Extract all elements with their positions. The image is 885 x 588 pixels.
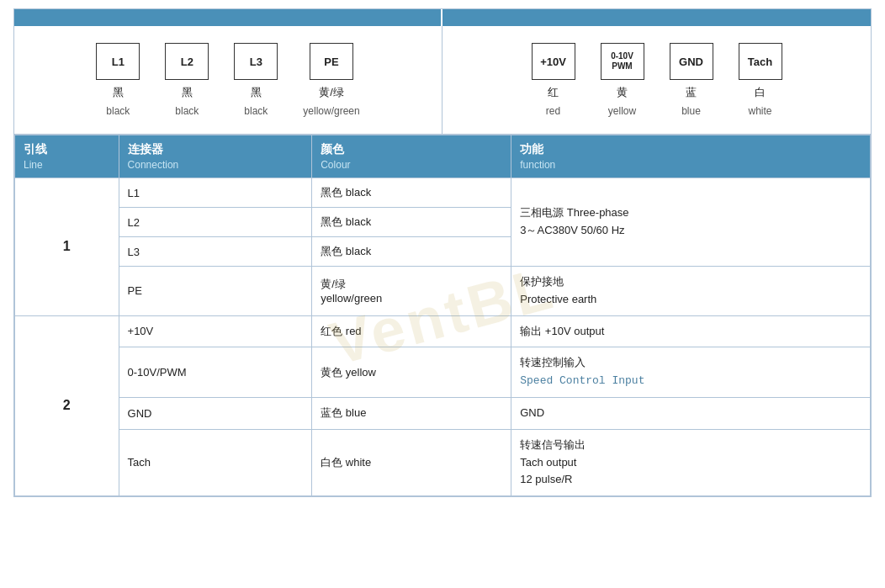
colour-cell: 黑色 black [312,178,511,208]
connector-label-cn: 蓝 [686,85,697,100]
table-section: VentBL 引线Line连接器Connection颜色Colour功能func… [14,135,871,496]
table-header-cell: 功能function [511,135,871,178]
table-row: Tach白色 white转速信号输出 Tach output 12 pulse/… [15,429,871,495]
function-cell: 转速信号输出 Tach output 12 pulse/R [511,429,871,495]
colour-cell: 黄/绿 yellow/green [312,267,511,316]
function-cell: GND [511,397,871,429]
connector-label-cn: 黑 [113,85,124,100]
connector-box: +10V [532,43,575,80]
connector-label-cn: 白 [755,85,766,100]
colour-cell: 红色 red [312,315,511,347]
connection-cell: L2 [119,208,312,237]
connector-item: Tach白white [739,43,782,117]
connector-label-cn: 红 [548,85,559,100]
table-row: 2+10V红色 red输出 +10V output [15,315,871,347]
header-line2 [442,9,871,26]
table-row: PE黄/绿 yellow/green保护接地 Protective earth [15,267,871,316]
connector-box: 0-10V PWM [601,43,644,80]
connector-item: L1黑black [96,43,140,117]
connector-item: +10V红red [532,43,575,117]
line-number-cell: 1 [15,178,119,316]
main-container: L1黑blackL2黑blackL3黑blackPE黄/绿yellow/gree… [13,8,872,497]
connector-label-cn: 黑 [251,85,262,100]
header-line1 [14,9,442,26]
connection-cell: PE [119,267,312,316]
colour-cell: 蓝色 blue [312,397,511,429]
connection-cell: L3 [119,237,312,267]
connector-item: L3黑black [234,43,278,117]
connector-label-cn: 黄 [617,85,628,100]
line-number-cell: 2 [15,315,119,496]
connection-cell: L1 [119,178,312,208]
connector-item: GND蓝blue [670,43,713,117]
connection-cell: GND [119,397,312,429]
table-row: 1L1黑色 black三相电源 Three-phase 3～AC380V 50/… [15,178,871,208]
table-row: GND蓝色 blueGND [15,397,871,429]
connector-box: Tach [739,43,782,80]
data-table: 引线Line连接器Connection颜色Colour功能function 1L… [14,135,871,496]
connection-cell: +10V [119,315,312,347]
connector-label-en: black [244,105,268,117]
function-cell: 保护接地 Protective earth [511,267,871,316]
table-header-cell: 颜色Colour [312,135,511,178]
connector-item: L2黑black [165,43,209,117]
colour-cell: 黑色 black [312,237,511,267]
connection-cell: 0-10V/PWM [119,347,312,398]
table-header-cell: 引线Line [15,135,119,178]
connector-box: L1 [96,43,140,80]
connector-box: PE [310,43,353,80]
colour-cell: 黄色 yellow [312,347,511,398]
table-header-cell: 连接器Connection [119,135,312,178]
diagram-line1: L1黑blackL2黑blackL3黑blackPE黄/绿yellow/gree… [14,26,442,134]
connector-box: L2 [165,43,209,80]
connector-item: PE黄/绿yellow/green [303,43,359,117]
diagram-line2: +10V红red0-10V PWM黄yellowGND蓝blueTach白whi… [442,26,871,134]
function-cell: 输出 +10V output [511,315,871,347]
connector-item: 0-10V PWM黄yellow [601,43,644,117]
colour-cell: 黑色 black [312,208,511,237]
connector-label-en: blue [681,105,701,117]
connector-label-en: black [175,105,199,117]
connector-label-cn: 黄/绿 [319,85,344,100]
connector-label-en: red [546,105,560,117]
header-row [14,9,871,26]
connector-label-cn: 黑 [182,85,193,100]
connector-label-en: yellow/green [303,105,359,117]
colour-cell: 白色 white [312,429,511,495]
connection-cell: Tach [119,429,312,495]
diagram-row: L1黑blackL2黑blackL3黑blackPE黄/绿yellow/gree… [14,26,871,135]
connector-box: L3 [234,43,278,80]
connector-box: GND [670,43,713,80]
connector-label-en: white [748,105,771,117]
function-cell: 转速控制输入Speed Control Input [511,347,871,398]
function-cell: 三相电源 Three-phase 3～AC380V 50/60 Hz [511,178,871,267]
connector-label-en: black [106,105,130,117]
table-row: 0-10V/PWM黄色 yellow转速控制输入Speed Control In… [15,347,871,398]
connector-label-en: yellow [608,105,636,117]
